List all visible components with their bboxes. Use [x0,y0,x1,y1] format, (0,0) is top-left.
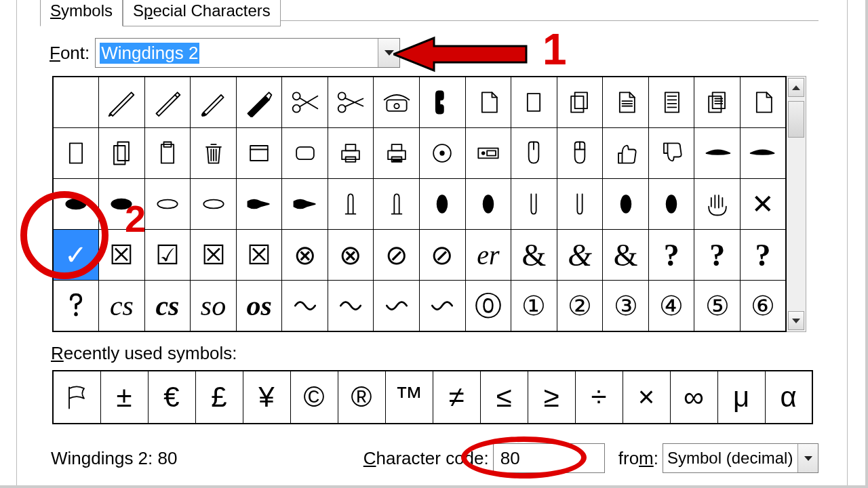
symbol-cell[interactable] [191,178,237,229]
recent-symbol-cell[interactable]: ≥ [528,371,575,424]
symbol-cell[interactable] [603,77,649,127]
symbol-cell[interactable]: ⑤ [694,281,741,331]
symbol-cell[interactable]: ☒ [191,230,237,281]
symbol-cell[interactable] [236,178,282,229]
symbol-cell[interactable] [694,178,741,229]
font-value[interactable]: Wingdings 2 [96,39,378,67]
symbol-cell[interactable]: ☑ [144,230,191,281]
symbol-cell[interactable] [328,127,374,178]
symbol-cell[interactable]: ? [694,230,741,281]
symbol-cell[interactable] [144,77,191,127]
symbol-cell[interactable] [511,178,557,229]
symbol-cell[interactable]: so [191,281,237,331]
symbol-cell[interactable]: ④ [648,281,694,331]
symbol-cell[interactable] [648,127,694,178]
recent-symbol-cell[interactable]: ÷ [575,371,623,424]
symbol-cell[interactable] [740,127,786,178]
symbol-cell[interactable] [557,127,603,178]
scrollbar[interactable] [787,76,806,332]
symbol-cell[interactable] [144,127,191,178]
symbol-cell[interactable] [53,127,99,178]
symbol-cell[interactable] [328,281,374,331]
symbol-cell[interactable]: os [236,281,282,331]
symbol-cell[interactable]: cs [99,281,145,331]
symbol-cell[interactable] [694,127,741,178]
symbol-cell[interactable] [694,77,741,127]
symbol-cell[interactable]: & [603,230,649,281]
symbol-cell[interactable] [99,178,145,229]
scroll-up-button[interactable] [788,78,804,97]
symbol-cell[interactable] [282,77,328,127]
symbol-cell[interactable]: ⑥ [740,281,786,331]
symbol-cell[interactable] [465,178,511,229]
symbol-cell[interactable] [557,178,603,229]
recent-symbol-cell[interactable]: ≤ [480,371,528,424]
symbol-cell[interactable] [191,77,237,127]
symbol-cell[interactable] [99,77,145,127]
symbol-cell[interactable]: ⊘ [420,230,466,281]
recent-symbol-cell[interactable]: ™ [385,371,433,424]
symbol-cell[interactable] [236,77,282,127]
symbol-cell[interactable]: ✕ [740,178,786,229]
symbol-cell[interactable]: & [557,230,603,281]
symbol-cell[interactable]: ② [557,281,603,331]
symbol-cell[interactable]: er [465,230,511,281]
symbol-cell[interactable] [557,77,603,127]
symbol-cell[interactable] [374,127,420,178]
symbol-cell[interactable] [191,127,237,178]
symbol-cell[interactable]: cs [144,281,191,331]
symbol-cell[interactable] [648,178,694,229]
symbol-cell[interactable]: ✓ [53,230,99,281]
symbol-cell[interactable] [603,127,649,178]
symbol-cell[interactable] [374,281,420,331]
symbol-cell[interactable] [740,77,786,127]
scroll-down-button[interactable] [788,311,804,330]
symbol-cell[interactable] [465,77,511,127]
symbol-cell[interactable] [465,127,511,178]
symbol-cell[interactable] [374,77,420,127]
recent-symbol-cell[interactable]: © [290,371,338,424]
recent-symbol-cell[interactable] [53,371,100,424]
symbol-cell[interactable] [511,77,557,127]
symbol-cell[interactable]: ① [511,281,557,331]
tab-special-characters[interactable]: Special Characters [123,0,281,26]
symbol-cell[interactable] [328,178,374,229]
from-dropdown-button[interactable] [797,444,818,472]
symbol-cell[interactable]: ? [740,230,786,281]
scroll-thumb[interactable] [788,101,804,138]
from-dropdown[interactable]: Symbol (decimal) [663,443,818,473]
recent-symbol-cell[interactable]: £ [195,371,243,424]
recent-symbol-cell[interactable]: ∞ [670,371,717,424]
symbol-cell[interactable] [236,127,282,178]
symbol-cell[interactable] [99,127,145,178]
symbol-cell[interactable] [282,127,328,178]
recent-symbol-cell[interactable]: ≠ [433,371,480,424]
symbol-cell[interactable] [603,178,649,229]
symbol-cell[interactable]: ⓪ [465,281,511,331]
symbol-cell[interactable]: ③ [603,281,649,331]
symbol-cell[interactable]: & [511,230,557,281]
symbol-cell[interactable]: ☒ [236,230,282,281]
symbol-cell[interactable]: ? [648,230,694,281]
symbol-cell[interactable] [53,178,99,229]
symbol-cell[interactable] [53,281,99,331]
recent-symbol-cell[interactable]: ± [100,371,148,424]
font-dropdown-button[interactable] [378,39,399,67]
symbol-cell[interactable]: ⊗ [282,230,328,281]
symbol-cell[interactable] [328,77,374,127]
recent-symbol-cell[interactable]: μ [717,371,765,424]
character-code-input[interactable] [493,443,605,473]
symbol-cell[interactable] [420,77,466,127]
recent-symbol-cell[interactable]: α [765,371,812,424]
symbol-cell[interactable]: ⊘ [374,230,420,281]
symbol-cell[interactable]: ⊗ [328,230,374,281]
symbol-cell[interactable] [511,127,557,178]
symbol-cell[interactable] [420,178,466,229]
recent-symbol-cell[interactable]: ® [338,371,385,424]
symbol-cell[interactable] [374,178,420,229]
symbol-cell[interactable] [53,77,99,127]
symbol-cell[interactable] [420,127,466,178]
symbol-cell[interactable] [144,178,191,229]
symbol-cell[interactable] [420,281,466,331]
recent-symbol-cell[interactable]: ¥ [243,371,290,424]
